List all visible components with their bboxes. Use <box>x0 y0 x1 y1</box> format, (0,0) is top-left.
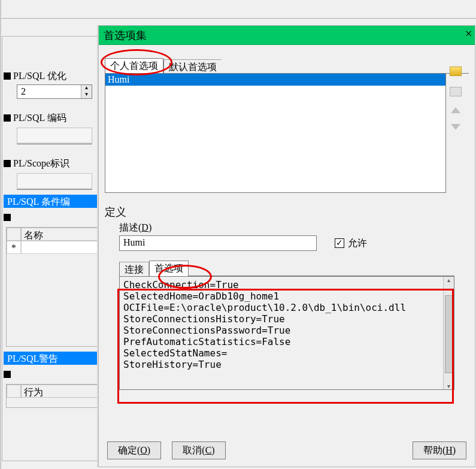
scroll-up-icon[interactable]: ▴ <box>447 277 450 283</box>
opt-optimize-check[interactable] <box>4 72 11 80</box>
cond-header: PL/SQL 条件编 <box>4 195 105 208</box>
allow-checkbox[interactable]: ✓ 允许 <box>335 237 367 250</box>
pref-list-item[interactable]: Humi <box>105 74 445 86</box>
def-title: 定义 <box>105 205 469 219</box>
allow-check-icon[interactable]: ✓ <box>335 238 344 248</box>
warn-table: 行为 <box>6 384 103 408</box>
warn-col-behavior: 行为 <box>21 385 102 398</box>
close-icon[interactable]: × <box>465 27 472 40</box>
cond-col-blank <box>7 228 21 241</box>
opt-encode-field[interactable] <box>17 128 92 144</box>
dialog-titlebar[interactable]: 首选项集 × <box>99 26 475 45</box>
pref-tabs: 个人首选项默认首选项 <box>105 58 469 74</box>
cond-row-marker: * <box>7 241 21 254</box>
prefs-textarea[interactable]: CheckConnection=True SelectedHome=OraDb1… <box>120 277 443 389</box>
opt-scope-label: PL/Scope标识 <box>13 158 69 170</box>
def-desc-input[interactable]: Humi <box>119 235 317 251</box>
ok-button[interactable]: 确定(O) <box>107 441 161 459</box>
bg-window-body: PL/SQL 优化 2 ▲ ▼ PL/SQL 编码 PL/Scope标识 <box>4 57 105 452</box>
spinner-buttons[interactable]: ▲ ▼ <box>81 85 92 98</box>
opt-scope-check[interactable] <box>4 160 11 167</box>
side-icons <box>450 66 462 130</box>
warn-col-blank <box>7 385 21 398</box>
spinner-down-icon[interactable]: ▼ <box>81 92 92 98</box>
cancel-button[interactable]: 取消(C) <box>172 441 226 459</box>
opt-scope-field[interactable] <box>17 173 92 190</box>
cond-row-value[interactable] <box>21 241 102 254</box>
dialog-title: 首选项集 <box>104 28 147 43</box>
delete-icon[interactable] <box>450 87 462 96</box>
cond-table: 名称 * <box>6 227 103 347</box>
cond-check[interactable] <box>4 214 11 221</box>
opt-encode-label: PL/SQL 编码 <box>13 112 66 125</box>
warn-check[interactable] <box>4 371 11 378</box>
allow-label: 允许 <box>348 237 367 250</box>
pref-list[interactable]: Humi <box>105 73 446 193</box>
pref-set-dialog: 首选项集 × 个人首选项默认首选项 Humi 定义 描述(D) <box>98 25 475 467</box>
opt-optimize-spinner[interactable]: 2 ▲ ▼ <box>17 84 92 99</box>
warn-header: PL/SQL警告 <box>4 352 105 365</box>
spinner-up-icon[interactable]: ▲ <box>81 85 92 92</box>
opt-encode-check[interactable] <box>4 114 11 122</box>
help-button[interactable]: 帮助(H) <box>413 441 466 459</box>
scroll-down-icon[interactable]: ▾ <box>447 383 450 389</box>
subtab-connect[interactable]: 连接 <box>119 262 149 277</box>
arrow-up-icon[interactable] <box>451 107 460 113</box>
subtab-prefs[interactable]: 首选项 <box>149 261 189 276</box>
prefs-textarea-wrap: CheckConnection=True SelectedHome=OraDb1… <box>119 276 454 390</box>
scrollbar[interactable]: ▴ ▾ <box>443 277 454 389</box>
cond-col-name: 名称 <box>21 228 102 241</box>
opt-optimize-label: PL/SQL 优化 <box>13 70 66 83</box>
def-desc-label: 描述(D) <box>119 222 469 234</box>
tab-personal[interactable]: 个人首选项 <box>105 58 163 74</box>
dialog-buttons: 确定(O) 取消(C) 帮助(H) <box>107 441 466 459</box>
new-icon[interactable] <box>450 66 462 76</box>
opt-optimize-value[interactable]: 2 <box>17 85 81 98</box>
scroll-thumb[interactable] <box>445 295 453 373</box>
def-subtabs: 连接首选项 <box>119 261 454 276</box>
arrow-down-icon[interactable] <box>451 124 460 130</box>
